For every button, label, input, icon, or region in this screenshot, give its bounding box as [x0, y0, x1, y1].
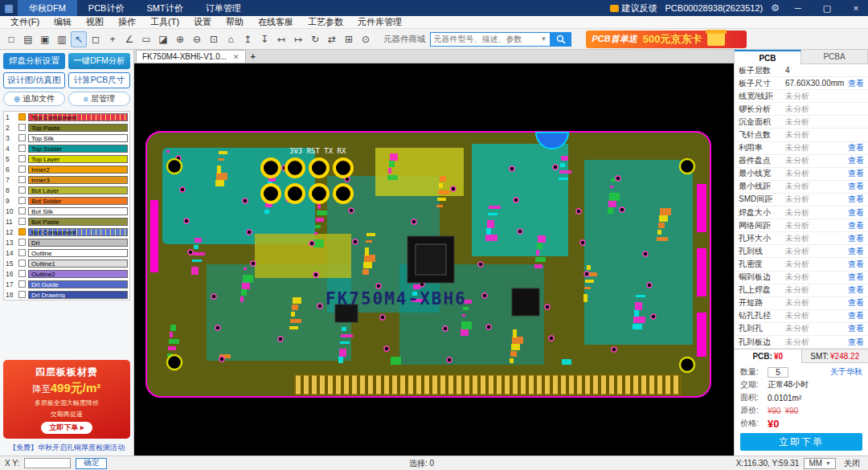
layer-row[interactable]: 10 Bot Silk	[4, 206, 129, 216]
rotate-icon[interactable]: ↻	[307, 31, 323, 47]
menu-item[interactable]: 文件(F)	[3, 16, 47, 28]
layer-row[interactable]: 2 Top Paste	[4, 122, 129, 133]
view-link[interactable]: 查看	[848, 155, 864, 166]
design-view-button[interactable]: 设计图/仿真图	[3, 72, 65, 88]
view-link[interactable]: 查看	[848, 337, 864, 348]
snap-toggle[interactable]: 关闭	[841, 458, 863, 469]
zoom-fit-icon[interactable]: ⌂	[223, 31, 239, 47]
view-link[interactable]: 查看	[848, 142, 864, 153]
layer-row[interactable]: 16 Outline2	[4, 268, 129, 279]
parts-search-input[interactable]	[431, 35, 541, 43]
pan-tool-icon[interactable]: +	[104, 31, 121, 47]
select-tool-icon[interactable]: ↖	[71, 31, 87, 47]
layer-visibility-checkbox[interactable]	[18, 228, 26, 235]
eraser-icon[interactable]: ◪	[155, 31, 171, 47]
xy-coordinate-input[interactable]	[24, 458, 71, 468]
layer-row[interactable]: 18 Drl Drawing	[4, 289, 129, 300]
menu-item[interactable]: 编辑	[47, 16, 79, 28]
layer-row[interactable]: 15 Outline1	[4, 258, 129, 268]
menu-item[interactable]: 工具(T)	[143, 16, 186, 28]
new-tab-button[interactable]: +	[246, 50, 260, 63]
layer-row[interactable]: 1 Top Component	[4, 112, 129, 122]
rect-select-tool-icon[interactable]: ◻	[88, 31, 104, 47]
pcb-promo-banner[interactable]: PCB首单送 500元京东卡	[586, 31, 747, 48]
flip-horizontal-icon[interactable]: ⇄	[324, 31, 340, 47]
view-link[interactable]: 查看	[848, 194, 864, 205]
align-left-icon[interactable]: ↤	[273, 31, 289, 47]
view-link[interactable]: 查看	[848, 181, 864, 192]
view-link[interactable]: 查看	[848, 284, 864, 296]
layer-row[interactable]: 5 Top Layer	[4, 153, 129, 164]
promo-order-button[interactable]: 立即下单 ▸	[41, 422, 92, 434]
gear-icon[interactable]: ⚙	[771, 2, 780, 14]
layer-visibility-checkbox[interactable]	[18, 218, 26, 225]
price-tab-smt[interactable]: SMT: ¥248.22	[801, 349, 868, 363]
zoom-in-icon[interactable]: ⊕	[172, 31, 188, 47]
search-button[interactable]	[551, 32, 571, 47]
origin-icon[interactable]: ⊙	[358, 31, 374, 47]
layer-manage-button[interactable]: ≡ 层管理	[68, 92, 130, 106]
ruler-icon[interactable]: ▭	[138, 31, 154, 47]
place-order-button[interactable]: 立即下单	[740, 433, 862, 451]
layer-visibility-checkbox[interactable]	[18, 291, 26, 298]
one-key-dfm-button[interactable]: 一键DFM分析	[68, 53, 130, 69]
layer-visibility-checkbox[interactable]	[18, 249, 26, 256]
open-folder-icon[interactable]: ▤	[20, 31, 36, 47]
titlebar-tab[interactable]: 订单管理	[194, 0, 252, 16]
layer-row[interactable]: 7 Inner3	[4, 174, 129, 185]
layer-visibility-checkbox[interactable]	[18, 280, 26, 288]
layer-visibility-checkbox[interactable]	[18, 134, 26, 141]
layer-visibility-checkbox[interactable]	[18, 176, 26, 183]
pcb-canvas[interactable]: 3V3 RST TX RX FK750M4-XBH6	[134, 63, 734, 456]
measure-distance-icon[interactable]: ∠	[121, 31, 137, 47]
view-link[interactable]: 查看	[848, 259, 864, 270]
tab-huaqiu-dfm[interactable]: 华秋DFM	[18, 0, 77, 16]
activity-link[interactable]: 【免费】华秋开启孔铜厚度检测活动	[3, 443, 130, 453]
menu-item[interactable]: 帮助	[219, 16, 251, 28]
layer-visibility-checkbox[interactable]	[18, 207, 26, 215]
view-link[interactable]: 查看	[848, 297, 864, 309]
layer-row[interactable]: 14 Outline	[4, 247, 129, 258]
menu-item[interactable]: 在线客服	[251, 16, 301, 28]
titlebar-tab[interactable]: SMT计价	[135, 0, 194, 16]
layer-visibility-checkbox[interactable]	[18, 239, 26, 246]
titlebar-tab[interactable]: PCB计价	[77, 0, 136, 16]
layer-visibility-checkbox[interactable]	[18, 270, 26, 277]
layer-row[interactable]: 11 Bot Paste	[4, 216, 129, 227]
view-link[interactable]: 查看	[848, 233, 864, 244]
layer-visibility-checkbox[interactable]	[18, 197, 26, 204]
analysis-tab[interactable]: PCB	[735, 50, 801, 64]
close-icon[interactable]: ✕	[233, 53, 240, 61]
layer-row[interactable]: 4 Top Solder	[4, 143, 129, 153]
layer-visibility-checkbox[interactable]	[18, 124, 26, 131]
layer-row[interactable]: 3 Top Silk	[4, 133, 129, 143]
view-link[interactable]: 查看	[848, 220, 864, 231]
append-file-button[interactable]: ⊕ 追加文件	[3, 92, 65, 106]
view-link[interactable]: 查看	[848, 272, 864, 283]
minimize-button[interactable]: ─	[788, 0, 809, 16]
view-link[interactable]: 查看	[848, 207, 864, 219]
align-right-icon[interactable]: ↦	[290, 31, 306, 47]
layer-visibility-checkbox[interactable]	[18, 186, 26, 194]
price-tab-pcb[interactable]: PCB: ¥0	[735, 349, 801, 363]
material-promo-banner[interactable]: 四层板板材费 降至499元/m² 多层板全面大幅度降价 交期再提速 立即下单 ▸	[3, 360, 130, 439]
menu-item[interactable]: 元件库管理	[350, 16, 409, 28]
about-huaqiu-link[interactable]: 关于华秋	[830, 366, 862, 378]
layer-visibility-checkbox[interactable]	[18, 145, 26, 152]
chevron-down-icon[interactable]: ▼	[541, 35, 550, 43]
layer-row[interactable]: 13 Drl	[4, 237, 129, 247]
view-link[interactable]: 查看	[848, 78, 864, 89]
layer-visibility-checkbox[interactable]	[18, 113, 26, 121]
view-link[interactable]: 查看	[848, 310, 864, 321]
view-link[interactable]: 查看	[848, 323, 864, 334]
close-button[interactable]: ×	[845, 0, 866, 16]
feedback-button[interactable]: 建议反馈	[610, 2, 657, 14]
menu-item[interactable]: 设置	[186, 16, 219, 28]
layer-visibility-checkbox[interactable]	[18, 155, 26, 162]
layer-visibility-checkbox[interactable]	[18, 166, 26, 173]
new-file-icon[interactable]: □	[3, 31, 19, 47]
layer-visibility-checkbox[interactable]	[18, 260, 26, 267]
layer-row[interactable]: 6 Inner2	[4, 164, 129, 174]
layer-row[interactable]: 12 Bot Component	[4, 227, 129, 237]
zoom-window-icon[interactable]: ⊡	[206, 31, 222, 47]
